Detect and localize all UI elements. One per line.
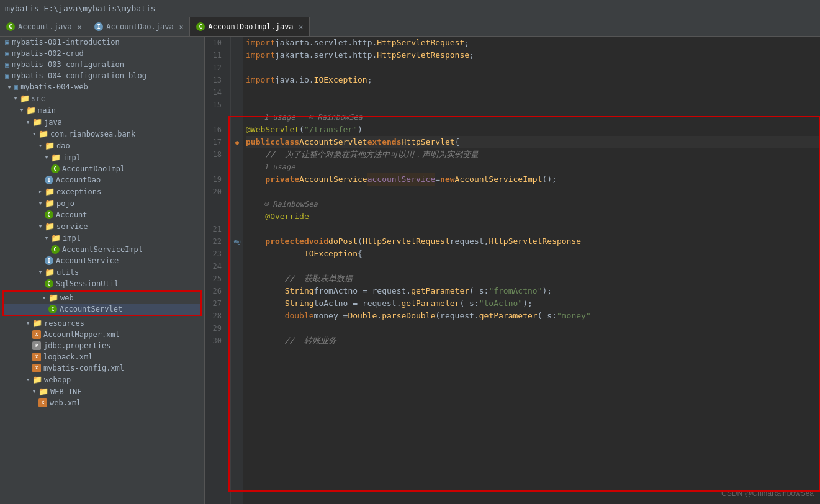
tab-close-icon[interactable]: ✕ (78, 23, 82, 31)
web-folder-icon: 📁 (32, 375, 42, 384)
sidebar-item-exceptions[interactable]: ▸ 📁 exceptions (0, 186, 204, 197)
item-label: mybatis-003-configuration (12, 60, 124, 69)
sidebar-item-pojo[interactable]: ▾ 📁 pojo (0, 197, 204, 209)
code-line-16: @WebServlet("/transfer") (246, 124, 820, 136)
tab-account-dao-impl[interactable]: C AccountDaoImpl.java ✕ (190, 17, 310, 36)
line-num-17: 17 (210, 136, 225, 148)
sidebar-item-AccountDao[interactable]: I AccountDao (0, 174, 204, 186)
sidebar-item-SqlSessionUtil[interactable]: C SqlSessionUtil (0, 278, 204, 289)
item-label: impl (63, 234, 81, 243)
item-label: mybatis-config.xml (43, 364, 124, 372)
xml-icon: X (32, 330, 41, 339)
tab-bar: C Account.java ✕ I AccountDao.java ✕ C A… (0, 17, 820, 37)
sidebar-item-src[interactable]: ▾ 📁 src (0, 92, 204, 104)
sidebar-item-java[interactable]: ▾ 📁 java (0, 116, 204, 128)
item-label: impl (63, 153, 81, 162)
tab-close-icon[interactable]: ✕ (179, 23, 184, 31)
line-num-28: 28 (210, 310, 225, 322)
sidebar-item-jdbc-properties[interactable]: P jdbc.properties (0, 340, 204, 351)
line-num-27: 27 (210, 297, 225, 310)
sidebar-item-webapp[interactable]: ▾ 📁 webapp (0, 374, 204, 385)
sidebar-item-mybatis-004-web[interactable]: ▾ ▣ mybatis-004-web (0, 81, 204, 92)
sidebar-item-mybatis-003[interactable]: ▣ mybatis-003-configuration (0, 59, 204, 70)
sidebar-item-mybatis-001[interactable]: ▣ mybatis-001-introduction (0, 37, 204, 48)
chevron-down-icon: ▾ (11, 94, 20, 102)
sidebar-item-web[interactable]: ▾ 📁 web (4, 292, 200, 304)
sidebar-item-mybatis-config-xml[interactable]: X mybatis-config.xml (0, 362, 204, 374)
chevron-down-icon: ▾ (40, 294, 48, 302)
resources-icon: 📁 (32, 318, 42, 328)
folder-icon: 📁 (26, 106, 36, 115)
sidebar-item-mybatis-002[interactable]: ▣ mybatis-002-crud (0, 48, 204, 59)
item-label: web.xml (50, 398, 81, 407)
sidebar-item-mybatis-004-blog[interactable]: ▣ mybatis-004-configuration-blog (0, 70, 204, 81)
sidebar-item-AccountServlet[interactable]: C AccountServlet (4, 304, 200, 315)
line-num-14: 14 (210, 86, 225, 99)
item-label: service (56, 222, 88, 231)
chevron-down-icon: ▾ (30, 130, 38, 138)
item-label: jdbc.properties (43, 341, 110, 350)
i-icon: I (45, 256, 53, 265)
xml-icon: X (38, 398, 47, 407)
line-num-18: 18 (210, 148, 225, 161)
code-line-19: private AccountService accountService = … (246, 173, 820, 186)
c-icon: C (45, 279, 53, 288)
sidebar-item-AccountMapper-xml[interactable]: X AccountMapper.xml (0, 329, 204, 340)
sidebar-item-logback-xml[interactable]: X logback.xml (0, 351, 204, 362)
item-label: mybatis-002-crud (12, 49, 84, 58)
code-line-override: @Override (246, 210, 820, 223)
sidebar-item-main[interactable]: ▾ 📁 main (0, 104, 204, 116)
tab-label: Account.java (18, 22, 72, 31)
sidebar-item-resources[interactable]: ▾ 📁 resources (0, 317, 204, 329)
item-label: mybatis-001-introduction (12, 38, 119, 47)
sidebar-item-AccountService[interactable]: I AccountService (0, 255, 204, 266)
code-line-18: // 为了让整个对象在其他方法中可以用，声明为实例变量 (246, 148, 820, 161)
sidebar-item-dao[interactable]: ▾ 📁 dao (0, 140, 204, 151)
line-num-26: 26 (210, 285, 225, 297)
sidebar-item-impl[interactable]: ▾ 📁 impl (0, 151, 204, 163)
chevron-down-icon: ▾ (42, 234, 51, 242)
item-label: utils (56, 268, 79, 277)
i-icon: I (45, 176, 53, 184)
sidebar-item-com[interactable]: ▾ 📁 com.rianbowsea.bank (0, 128, 204, 140)
item-label: AccountService (56, 256, 119, 265)
code-line-14 (246, 86, 820, 99)
watermark: CSDN @ChinaRainbowSea (721, 489, 814, 498)
module-icon: ▣ (5, 49, 9, 58)
item-label: AccountMapper.xml (43, 330, 120, 339)
sidebar-item-service-impl[interactable]: ▾ 📁 impl (0, 232, 204, 244)
folder-icon: 📁 (48, 293, 58, 302)
sidebar-item-service[interactable]: ▾ 📁 service (0, 220, 204, 232)
line-num-16: 16 (210, 124, 225, 136)
chevron-down-icon: ▾ (42, 153, 51, 161)
code-editor[interactable]: 10 11 12 13 14 15 · 16 17 18 · 19 20 · ·… (205, 37, 820, 504)
sidebar-item-WEB-INF[interactable]: ▾ 📁 WEB-INF (0, 385, 204, 397)
item-label: mybatis-004-configuration-blog (12, 71, 146, 80)
line-num-19: 19 (210, 173, 225, 186)
sidebar-item-Account[interactable]: C Account (0, 209, 204, 220)
code-line-10: import jakarta.servlet.http.HttpServletR… (246, 37, 820, 49)
item-label: webapp (44, 376, 71, 384)
item-label: pojo (56, 199, 74, 208)
c-icon: C (48, 305, 57, 313)
line-num-29: 29 (210, 322, 225, 335)
usage-hint-2: 1 usage (246, 161, 820, 173)
tab-account-dao[interactable]: I AccountDao.java ✕ (88, 17, 190, 36)
sidebar-item-web-xml[interactable]: X web.xml (0, 397, 204, 408)
chevron-down-icon: ▾ (5, 83, 14, 91)
code-line-27: String toActno = request.getParameter( s… (246, 297, 820, 310)
chevron-down-icon: ▾ (24, 118, 32, 126)
code-line-17: public class AccountServlet extends Http… (246, 136, 820, 148)
code-line-15 (246, 99, 820, 111)
sidebar-item-AccountServiceImpl[interactable]: C AccountServiceImpl (0, 244, 204, 255)
tab-account-java[interactable]: C Account.java ✕ (0, 17, 88, 36)
tab-close-icon[interactable]: ✕ (299, 23, 304, 31)
c-icon: C (51, 245, 60, 254)
c-icon: C (45, 210, 53, 219)
sidebar-item-AccountDaoImpl[interactable]: C AccountDaoImpl (0, 163, 204, 174)
chevron-down-icon: ▾ (36, 222, 45, 230)
sidebar-item-utils[interactable]: ▾ 📁 utils (0, 266, 204, 278)
item-label: web (60, 294, 74, 302)
item-label: SqlSessionUtil (56, 279, 119, 288)
chevron-down-icon: ▾ (36, 142, 45, 150)
